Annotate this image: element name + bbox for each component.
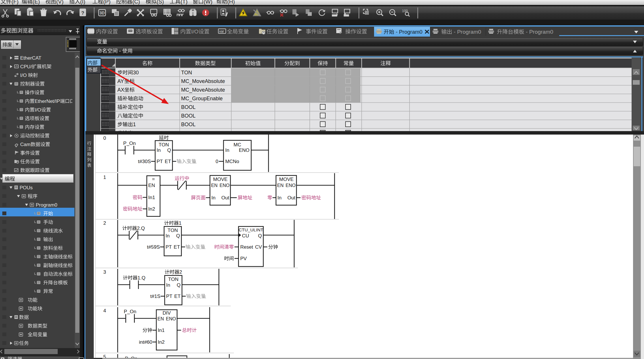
svg-text:EN: EN (148, 183, 155, 188)
svg-text:- Program0: - Program0 (394, 29, 423, 35)
svg-text:ET: ET (174, 294, 181, 299)
svg-text:(T): (T) (181, 0, 187, 5)
svg-text:ENO: ENO (166, 316, 176, 321)
svg-text:3D: 3D (99, 11, 105, 15)
svg-text:In2: In2 (158, 339, 165, 345)
svg-text:- Program0: - Program0 (452, 29, 481, 35)
svg-text:I/O: I/O (35, 107, 41, 113)
svg-text:MOVE: MOVE (213, 177, 228, 182)
svg-text:3: 3 (103, 269, 106, 275)
svg-text:?: ? (81, 10, 84, 16)
svg-text:TON: TON (159, 142, 169, 148)
svg-text:(F): (F) (12, 0, 18, 5)
svg-text:EtherNet/IP: EtherNet/IP (35, 99, 60, 104)
svg-text:BOOL: BOOL (181, 104, 196, 110)
svg-text:CV: CV (255, 244, 262, 250)
svg-text:PT: PT (166, 244, 172, 250)
svg-text:1: 1 (103, 175, 106, 180)
svg-text:P_On: P_On (123, 141, 136, 146)
svg-text:Program0: Program0 (36, 202, 57, 208)
svg-text:Q: Q (177, 282, 181, 288)
svg-text:(W): (W) (204, 0, 213, 5)
svg-text:In: In (166, 282, 170, 288)
svg-text:2: 2 (179, 269, 182, 275)
svg-text:In1: In1 (158, 328, 165, 333)
svg-text:MC_MoveAbsolute: MC_MoveAbsolute (181, 78, 225, 84)
svg-text:Cam: Cam (20, 142, 31, 147)
svg-text:In: In (225, 148, 229, 153)
svg-text:-: - (118, 48, 122, 54)
svg-text:BOOL: BOOL (181, 113, 196, 119)
svg-text:- Program0: - Program0 (524, 29, 553, 35)
svg-text:ET: ET (165, 159, 171, 164)
svg-text:MOVE: MOVE (279, 177, 294, 182)
svg-text:PT: PT (166, 294, 172, 299)
svg-text:I/O: I/O (20, 73, 28, 78)
svg-text:0: 0 (216, 159, 218, 164)
svg-text:4: 4 (103, 308, 106, 313)
svg-text:(E): (E) (33, 0, 40, 5)
svg-text:In: In (157, 148, 161, 153)
svg-text:2.Q: 2.Q (137, 226, 145, 231)
svg-text:TON: TON (168, 228, 178, 233)
svg-text:PT: PT (157, 159, 163, 164)
svg-text:ENO: ENO (219, 183, 230, 188)
svg-text:MC_MoveAbsolute: MC_MoveAbsolute (181, 87, 225, 93)
svg-text:(C): (C) (132, 0, 140, 5)
svg-text:ENO: ENO (239, 148, 249, 153)
svg-text:In: In (277, 195, 281, 201)
svg-text:(V): (V) (56, 0, 63, 5)
svg-text:EN: EN (157, 316, 164, 321)
svg-text:EN: EN (211, 183, 217, 188)
svg-text:Out: Out (288, 195, 296, 201)
svg-text:t#30S: t#30S (138, 159, 151, 164)
svg-text:Q: Q (258, 233, 262, 239)
svg-text:BOOL: BOOL (181, 122, 196, 127)
svg-text:CTU_ULINT: CTU_ULINT (239, 227, 263, 232)
svg-text:(H): (H) (227, 0, 235, 5)
svg-text:t#59S: t#59S (147, 244, 160, 250)
svg-text:DIV: DIV (163, 310, 171, 316)
svg-text:AY: AY (117, 78, 124, 84)
svg-text:I/O: I/O (191, 29, 198, 35)
svg-text:ENO: ENO (286, 183, 296, 188)
svg-text:int#60: int#60 (139, 339, 152, 345)
svg-text:EtherCAT: EtherCAT (20, 55, 41, 61)
svg-text:MCNo: MCNo (225, 159, 239, 164)
svg-text:(I): (I) (80, 0, 85, 5)
svg-text:(P): (P) (103, 0, 110, 5)
svg-text:ET: ET (174, 244, 180, 250)
svg-text:In1: In1 (148, 195, 155, 200)
svg-text:30: 30 (133, 70, 139, 75)
svg-text:1: 1 (133, 122, 136, 127)
svg-text:TON: TON (168, 277, 179, 282)
svg-text:0: 0 (103, 135, 106, 141)
svg-text:var: var (219, 29, 224, 33)
svg-text:PV: PV (240, 256, 247, 261)
svg-text:TON: TON (181, 70, 192, 75)
svg-text:2: 2 (103, 220, 106, 226)
svg-text:CPU/: CPU/ (20, 64, 32, 69)
svg-text:In: In (211, 195, 215, 201)
svg-text:=: = (152, 176, 155, 182)
svg-text:AX: AX (117, 87, 124, 93)
svg-text:MC: MC (234, 142, 241, 148)
svg-text:t#1S: t#1S (150, 294, 160, 299)
svg-text:In: In (166, 233, 170, 239)
svg-text:(S): (S) (157, 0, 164, 5)
svg-text:P_On: P_On (124, 309, 136, 314)
svg-text:POUs: POUs (20, 185, 33, 190)
svg-text:EN: EN (277, 183, 283, 188)
svg-text:MC_GroupEnable: MC_GroupEnable (181, 96, 223, 102)
svg-text:Q: Q (167, 148, 171, 153)
svg-text:Q: Q (176, 233, 180, 239)
svg-text:Out: Out (221, 195, 230, 201)
svg-text:1: 1 (179, 220, 181, 226)
svg-text:In2: In2 (148, 206, 155, 212)
svg-text:Reset: Reset (240, 244, 253, 250)
svg-text:CU: CU (242, 233, 249, 239)
svg-text:1.Q: 1.Q (138, 275, 145, 281)
